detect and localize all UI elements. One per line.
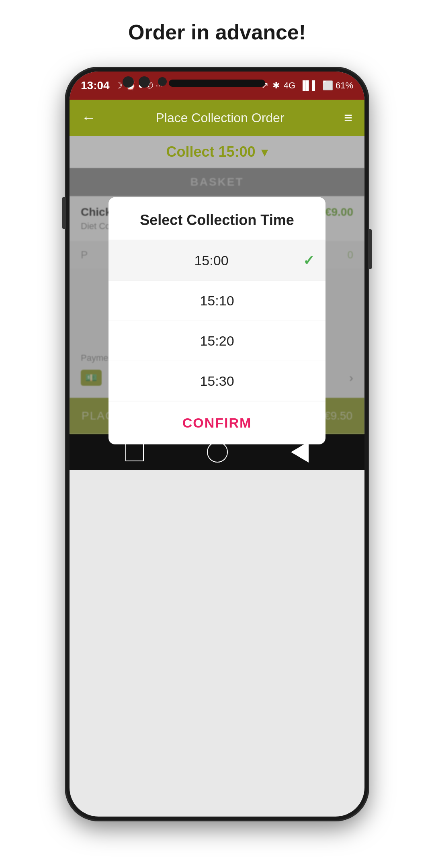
status-left: 13:04 ☽ ⏰ ● ✆ ··· <box>81 79 163 92</box>
phone-shell: 13:04 ☽ ⏰ ● ✆ ··· ↗ ✱ 4G ▐▌▌ ⬜ 61% ← Pla… <box>66 68 368 820</box>
back-button[interactable]: ← <box>82 109 96 126</box>
header-title: Place Collection Order <box>156 111 284 125</box>
app-header: ← Place Collection Order ≡ <box>70 100 364 136</box>
signal-bars: ▐▌▌ <box>299 80 318 91</box>
camera-right <box>158 77 167 86</box>
collect-chevron-icon: ▾ <box>261 144 268 160</box>
screen-content: BASKET Chicken Burger Meal Deal Diet Coc… <box>70 168 364 434</box>
time-option-1500[interactable]: 15:00 ✓ <box>108 240 326 281</box>
modal-overlay: Select Collection Time 15:00 ✓ 15:10 15:… <box>70 168 364 434</box>
time-label-1500: 15:00 <box>120 252 303 268</box>
time-option-1510[interactable]: 15:10 <box>108 281 326 321</box>
menu-button[interactable]: ≡ <box>344 109 352 126</box>
page-heading: Order in advance! <box>128 20 306 44</box>
time-label-1530: 15:30 <box>120 373 314 389</box>
time-label-1520: 15:20 <box>120 333 314 349</box>
nav-back-button[interactable] <box>291 442 309 463</box>
bluetooth-icon: ✱ <box>272 80 280 91</box>
time-option-1530[interactable]: 15:30 <box>108 361 326 401</box>
volume-button <box>62 197 66 229</box>
confirm-button[interactable]: CONFIRM <box>108 401 326 444</box>
nav-recent-apps-button[interactable] <box>125 443 144 461</box>
collect-time-text: Collect 15:00 <box>166 143 255 160</box>
nav-home-button[interactable] <box>207 442 228 463</box>
signal-4g: 4G <box>284 80 295 91</box>
camera-left <box>123 76 134 88</box>
phone-screen: 13:04 ☽ ⏰ ● ✆ ··· ↗ ✱ 4G ▐▌▌ ⬜ 61% ← Pla… <box>70 72 364 817</box>
camera-center <box>139 76 150 88</box>
selected-checkmark-icon: ✓ <box>303 252 314 268</box>
time-label-1510: 15:10 <box>120 293 314 309</box>
status-time: 13:04 <box>81 79 110 92</box>
status-right: ↗ ✱ 4G ▐▌▌ ⬜ 61% <box>261 80 353 91</box>
time-option-1520[interactable]: 15:20 <box>108 321 326 361</box>
power-button <box>368 229 372 269</box>
battery-indicator: ⬜ 61% <box>322 80 353 91</box>
modal-title: Select Collection Time <box>108 197 326 240</box>
time-selection-modal: Select Collection Time 15:00 ✓ 15:10 15:… <box>108 197 326 444</box>
collect-time-bar[interactable]: Collect 15:00 ▾ <box>70 136 364 168</box>
phone-notch <box>169 80 265 87</box>
